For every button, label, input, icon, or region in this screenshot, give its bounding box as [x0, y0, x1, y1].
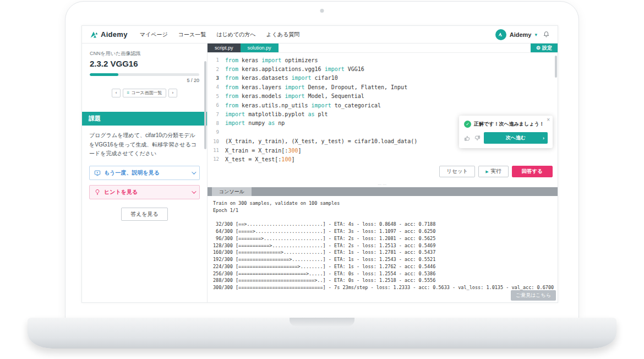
laptop-screen: Aidemy マイページコース一覧はじめての方へよくある質問 Aidemy ▾ — [65, 1, 579, 318]
toast-close-button[interactable]: × — [547, 117, 550, 123]
hint-toggle[interactable]: ヒントを見る — [89, 185, 200, 199]
success-toast: × ✓ 正解です！次へ進みましょう！ — [459, 116, 553, 148]
nav-menu: マイページコース一覧はじめての方へよくある質問 — [140, 31, 300, 39]
run-button[interactable]: ▶ 実行 — [478, 166, 508, 177]
line-number: 11 — [208, 148, 225, 153]
aidemy-logo-icon — [90, 30, 99, 39]
panel-resize-handle[interactable]: ⋯⋯ — [208, 183, 558, 187]
next-step-label: 次へ進む — [506, 134, 526, 142]
lesson-title: 2.3.2 VGG16 — [90, 59, 199, 68]
aidemy-logo-text: Aidemy — [101, 30, 128, 39]
chevron-down-icon: ▾ — [534, 32, 537, 37]
task-body: プログラムを埋めて、cifar10の分類モデルをVGG16を使って生成、転移学習… — [82, 126, 207, 226]
editor-scrollbar[interactable] — [555, 56, 557, 78]
top-nav: Aidemy マイページコース一覧はじめての方へよくある質問 Aidemy ▾ — [82, 26, 558, 43]
line-number: 9 — [208, 129, 225, 135]
avatar — [495, 29, 506, 40]
laptop-base — [28, 318, 616, 349]
chevron-left-icon: ‹ — [116, 90, 117, 96]
aidemy-logo[interactable]: Aidemy — [90, 30, 128, 39]
task-description: プログラムを埋めて、cifar10の分類モデルをVGG16を使って生成、転移学習… — [89, 131, 200, 159]
editor-tab-script[interactable]: script.py — [208, 43, 241, 52]
line-number: 5 — [208, 94, 225, 99]
nav-menu-item[interactable]: コース一覧 — [178, 31, 206, 39]
code-line[interactable]: 5from keras.models import Model, Sequent… — [208, 92, 558, 101]
list-icon: ≡ — [127, 90, 129, 96]
replay-explanation-label: もう一度、説明を見る — [104, 169, 160, 177]
chevron-right-icon: › — [172, 90, 174, 96]
task-header: 課題 — [82, 112, 207, 126]
pager-next-button[interactable]: › — [168, 89, 178, 97]
feedback-button[interactable]: ご意見はこちら — [511, 290, 556, 301]
line-number: 10 — [208, 139, 225, 144]
pager-prev-button[interactable]: ‹ — [112, 89, 121, 97]
code-text: from keras.applications.vgg16 import VGG… — [225, 66, 364, 72]
main-panel: script.py solution.py ⚙ 設定 1from keras i… — [208, 43, 558, 302]
show-answer-button[interactable]: 答えを見る — [121, 208, 168, 221]
submit-button[interactable]: 回答する — [512, 166, 553, 177]
line-number: 8 — [208, 121, 225, 126]
code-text: X_train = X_train[:300] — [225, 148, 301, 154]
chevron-right-icon: › — [543, 135, 544, 141]
settings-label: 設定 — [542, 45, 552, 52]
chevron-down-icon — [192, 189, 196, 193]
reset-button[interactable]: リセット — [439, 166, 475, 177]
chevron-down-icon — [192, 170, 196, 174]
code-text: import numpy as np — [225, 120, 285, 126]
line-number: 6 — [208, 102, 225, 108]
line-number: 2 — [208, 67, 225, 72]
laptop-camera — [320, 9, 324, 13]
settings-button[interactable]: ⚙ 設定 — [531, 43, 558, 52]
code-text: X_test = X_test[:100] — [225, 156, 294, 162]
thumbs-down-button[interactable] — [474, 135, 481, 142]
code-text: (X_train, y_train), (X_test, y_test) = c… — [225, 138, 417, 144]
toast-message-row: ✓ 正解です！次へ進みましょう！ — [464, 121, 548, 128]
code-text: from keras import optimizers — [225, 57, 318, 63]
nav-menu-item[interactable]: マイページ — [140, 31, 168, 39]
progress-label: 5 / 20 — [90, 78, 199, 83]
code-line[interactable]: 2from keras.applications.vgg16 import VG… — [208, 64, 558, 73]
notification-bell-icon[interactable] — [543, 31, 550, 38]
line-number: 3 — [208, 75, 225, 81]
progress-fill — [90, 73, 118, 76]
code-line[interactable]: 4from keras.layers import Dense, Dropout… — [208, 83, 558, 91]
thumbs-up-button[interactable] — [464, 135, 471, 142]
course-list-button[interactable]: ≡ コース画面一覧 — [123, 89, 166, 97]
replay-explanation-toggle[interactable]: もう一度、説明を見る — [89, 166, 200, 180]
hint-lightbulb-icon — [94, 189, 101, 195]
code-text: from keras.models import Model, Sequenti… — [225, 93, 364, 99]
account-name: Aidemy — [510, 31, 532, 38]
code-editor[interactable]: 1from keras import optimizers2from keras… — [208, 53, 558, 183]
console-output: Train on 300 samples, validate on 100 sa… — [208, 196, 558, 302]
play-icon: ▶ — [485, 170, 488, 174]
editor-tabbar: script.py solution.py ⚙ 設定 — [208, 43, 558, 53]
console-header: コンソール — [208, 187, 558, 196]
code-line[interactable]: 1from keras import optimizers — [208, 56, 558, 64]
console-tab[interactable]: コンソール — [212, 187, 252, 196]
progress-bar — [90, 73, 199, 76]
account-menu[interactable]: Aidemy ▾ — [495, 29, 537, 40]
editor-tab-solution[interactable]: solution.py — [241, 43, 279, 52]
success-check-icon: ✓ — [464, 121, 471, 128]
course-list-label: コース画面一覧 — [131, 90, 162, 96]
line-number: 12 — [208, 156, 225, 162]
toast-actions-row: 次へ進む › — [464, 132, 548, 144]
line-number: 4 — [208, 84, 225, 90]
code-text: from keras.utils.np_utils import to_cate… — [225, 102, 381, 108]
toast-message: 正解です！次へ進みましょう！ — [474, 121, 544, 128]
app-window: Aidemy マイページコース一覧はじめての方へよくある質問 Aidemy ▾ — [81, 25, 558, 303]
laptop-mockup: Aidemy マイページコース一覧はじめての方へよくある質問 Aidemy ▾ — [0, 0, 644, 359]
explanation-icon — [94, 170, 101, 176]
sidebar-scrollbar[interactable] — [204, 61, 206, 149]
editor-actions: リセット ▶ 実行 回答する — [439, 166, 553, 177]
nav-right: Aidemy ▾ — [495, 29, 550, 40]
next-step-button[interactable]: 次へ進む › — [484, 132, 548, 144]
course-title: CNNを用いた画像認識 — [90, 50, 199, 57]
sidebar: CNNを用いた画像認識 2.3.2 VGG16 5 / 20 ‹ ≡ — [82, 43, 208, 302]
run-label: 実行 — [491, 168, 501, 175]
nav-menu-item[interactable]: よくある質問 — [266, 31, 300, 39]
nav-menu-item[interactable]: はじめての方へ — [216, 31, 255, 39]
code-line[interactable]: 12X_test = X_test[:100] — [208, 155, 558, 164]
code-line[interactable]: 3from keras.datasets import cifar10 — [208, 74, 558, 83]
code-line[interactable]: 6from keras.utils.np_utils import to_cat… — [208, 101, 558, 110]
